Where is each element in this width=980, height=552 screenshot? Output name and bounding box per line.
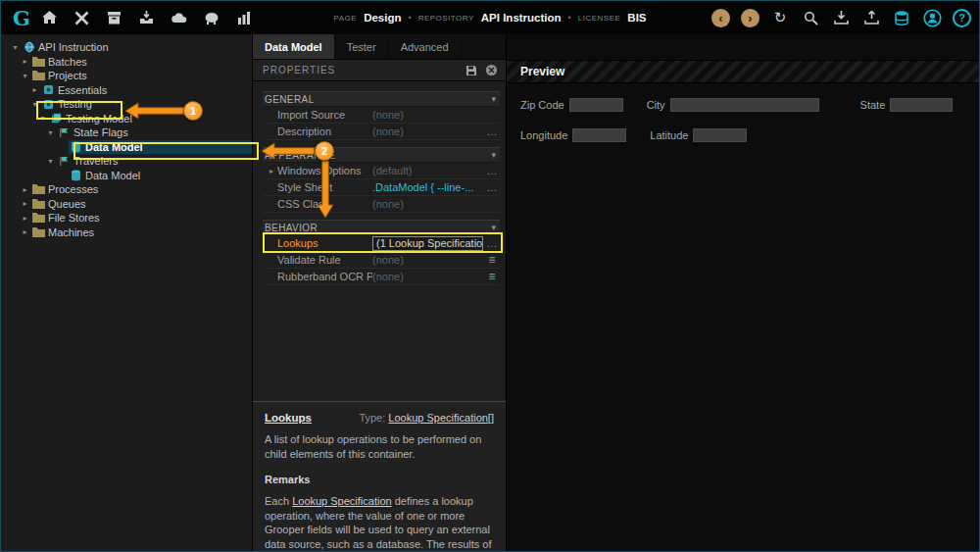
tree-item-api-instruction[interactable]: ▾ API Instruction — [1, 40, 252, 55]
back-button[interactable]: ‹ — [711, 9, 730, 27]
property-value[interactable]: (default) — [372, 165, 484, 176]
tree-item-batches[interactable]: ▸ Batches — [1, 55, 252, 70]
help-type: Type: Lookup Specification[] — [359, 412, 494, 424]
selected-row-highlight: Data Model — [69, 140, 253, 154]
ellipsis-button[interactable]: … — [484, 125, 500, 137]
preview-top-gap — [507, 34, 979, 60]
help-type-link[interactable]: Lookup Specification[] — [388, 412, 494, 424]
help-icon[interactable]: ? — [953, 9, 971, 27]
expander-collapsed-icon[interactable]: ▸ — [19, 214, 31, 223]
expander-collapsed-icon[interactable]: ▸ — [19, 57, 31, 66]
property-row-import-source[interactable]: Import Source (none) — [263, 107, 500, 124]
piggy-bank-icon[interactable] — [202, 8, 221, 27]
repository-value: API Instruction — [481, 12, 562, 24]
tree-item-label: Projects — [46, 70, 87, 81]
property-value[interactable]: (none) — [372, 125, 484, 137]
zip-code-label: Zip Code — [520, 99, 564, 111]
property-label: Description — [263, 125, 372, 137]
state-input[interactable] — [890, 98, 953, 112]
property-row-style-sheet[interactable]: Style Sheet .DataModel { --line-... … — [263, 179, 500, 196]
property-value[interactable]: (none) — [372, 109, 500, 121]
expander-collapsed-icon[interactable]: ▸ — [267, 167, 276, 176]
lookup-specification-link[interactable]: Lookup Specification — [292, 495, 392, 507]
tree-item-processes[interactable]: ▸ Processes — [1, 182, 252, 197]
import-tray-icon[interactable] — [137, 8, 157, 27]
user-icon[interactable] — [922, 8, 942, 27]
home-icon[interactable] — [40, 8, 60, 27]
expander-collapsed-icon[interactable]: ▸ — [19, 185, 31, 194]
city-input[interactable] — [670, 98, 819, 112]
tab-data-model[interactable]: Data Model — [253, 34, 335, 59]
tab-tester[interactable]: Tester — [335, 34, 389, 59]
help-remarks: Each Lookup Specification defines a look… — [265, 494, 494, 551]
longitude-input[interactable] — [572, 128, 626, 142]
tree-item-projects[interactable]: ▾ Projects — [1, 69, 252, 83]
expander-expanded-icon[interactable]: ▾ — [44, 128, 57, 137]
separator-dot: • — [408, 13, 411, 23]
preview-panel: Preview Zip Code City State Longitude La… — [507, 34, 979, 551]
section-header-general[interactable]: GENERAL ▾ — [263, 91, 500, 107]
help-title: Lookups — [265, 412, 312, 424]
grooper-logo: G — [13, 6, 30, 30]
property-row-validate-rule[interactable]: Validate Rule (none) ≡ — [263, 252, 500, 269]
menu-button[interactable]: ≡ — [484, 270, 500, 283]
ellipsis-button[interactable]: … — [484, 181, 500, 193]
expander-collapsed-icon[interactable]: ▸ — [28, 85, 41, 94]
longitude-label: Longitude — [520, 129, 567, 141]
section-title: APPEARANCE — [265, 150, 335, 161]
property-value[interactable]: (none) — [372, 254, 484, 266]
save-icon[interactable] — [465, 64, 478, 77]
section-header-appearance[interactable]: APPEARANCE ▾ — [263, 147, 500, 163]
upload-icon[interactable] — [861, 8, 881, 27]
ellipsis-button[interactable]: … — [484, 165, 500, 176]
property-value[interactable]: (none) — [372, 198, 500, 210]
expander-expanded-icon[interactable]: ▾ — [44, 157, 57, 166]
refresh-icon[interactable]: ↻ — [770, 8, 790, 27]
tree-item-testing-model[interactable]: ▾ Testing Model — [1, 112, 252, 126]
folder-icon — [31, 227, 46, 237]
licensee-label: LICENSEE — [578, 14, 621, 23]
expander-expanded-icon[interactable]: ▾ — [19, 72, 31, 80]
property-value[interactable]: .DataModel { --line-... — [372, 181, 484, 193]
close-circle-icon[interactable] — [484, 64, 498, 77]
flag-icon — [57, 156, 72, 167]
tree-item-essentials[interactable]: ▸ Essentials — [1, 83, 252, 98]
expander-expanded-icon[interactable]: ▾ — [36, 114, 49, 123]
expander-expanded-icon[interactable]: ▾ — [9, 43, 22, 52]
download-icon[interactable] — [831, 8, 851, 27]
forward-button[interactable]: › — [741, 9, 760, 27]
tree-item-testing[interactable]: ▾ Testing — [1, 97, 252, 112]
tree-item-machines[interactable]: ▸ Machines — [1, 226, 252, 240]
database-icon[interactable] — [892, 8, 911, 27]
tree-item-file-stores[interactable]: ▸ File Stores — [1, 211, 252, 226]
property-value[interactable]: (1 Lookup Specificatio — [372, 236, 483, 251]
tree-item-data-model-2[interactable]: Data Model — [1, 169, 252, 183]
expander-collapsed-icon[interactable]: ▸ — [19, 227, 31, 236]
property-row-lookups[interactable]: Lookups (1 Lookup Specificatio … — [263, 235, 500, 252]
toolbar-left-icons — [40, 8, 254, 27]
section-header-behavior[interactable]: BEHAVIOR ▾ — [263, 220, 500, 235]
property-row-description[interactable]: Description (none) … — [263, 124, 500, 140]
tools-icon[interactable] — [73, 8, 92, 27]
property-row-css-class[interactable]: CSS Class (none) — [263, 196, 500, 213]
expander-expanded-icon[interactable]: ▾ — [28, 100, 41, 109]
property-row-windows-options[interactable]: ▸ Windows Options (default) … — [263, 163, 500, 179]
tree-item-queues[interactable]: ▸ Queues — [1, 197, 252, 212]
menu-button[interactable]: ≡ — [484, 253, 500, 267]
app-window: G PAGE Desi — [0, 0, 980, 552]
breadcrumb: PAGE Design • REPOSITORY API Instruction… — [334, 1, 647, 34]
ellipsis-button[interactable]: … — [484, 237, 500, 249]
property-value[interactable]: (none) — [372, 271, 484, 282]
tree-item-travelers[interactable]: ▾ Travelers — [1, 154, 252, 169]
cloud-icon[interactable] — [170, 8, 189, 27]
tree-item-data-model-selected[interactable]: Data Model — [1, 140, 248, 155]
archive-icon[interactable] — [105, 8, 124, 27]
search-icon[interactable] — [801, 8, 820, 27]
stats-icon[interactable] — [234, 8, 254, 27]
expander-collapsed-icon[interactable]: ▸ — [19, 199, 31, 208]
zip-code-input[interactable] — [569, 98, 623, 112]
tab-advanced[interactable]: Advanced — [389, 34, 462, 59]
property-row-rubberband-ocr[interactable]: Rubberband OCR Profile (none) ≡ — [263, 269, 500, 285]
latitude-input[interactable] — [693, 128, 747, 142]
tree-item-state-flags[interactable]: ▾ State Flags — [1, 125, 252, 140]
